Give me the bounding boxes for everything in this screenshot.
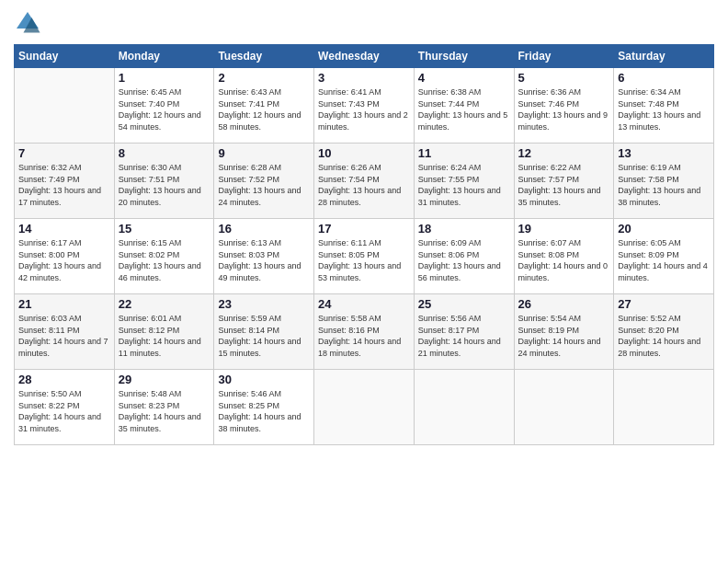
calendar-cell: 20Sunrise: 6:05 AMSunset: 8:09 PMDayligh… [614,219,714,294]
day-number: 20 [618,222,710,236]
day-info: Sunrise: 6:36 AMSunset: 7:46 PMDaylight:… [518,86,610,132]
day-info: Sunrise: 6:26 AMSunset: 7:54 PMDaylight:… [318,162,410,208]
week-row-1: 1Sunrise: 6:45 AMSunset: 7:40 PMDaylight… [15,68,714,144]
day-number: 21 [18,297,110,311]
day-info: Sunrise: 6:07 AMSunset: 8:08 PMDaylight:… [518,237,610,283]
weekday-header-wednesday: Wednesday [314,45,415,68]
day-info: Sunrise: 6:19 AMSunset: 7:58 PMDaylight:… [618,162,710,208]
header [14,9,714,37]
weekday-header-friday: Friday [514,45,614,68]
day-info: Sunrise: 5:50 AMSunset: 8:22 PMDaylight:… [18,388,110,434]
weekday-header-thursday: Thursday [414,45,514,68]
week-row-4: 21Sunrise: 6:03 AMSunset: 8:11 PMDayligh… [15,294,714,370]
day-info: Sunrise: 5:48 AMSunset: 8:23 PMDaylight:… [119,388,210,434]
day-number: 13 [618,146,710,160]
day-info: Sunrise: 5:56 AMSunset: 8:17 PMDaylight:… [418,313,510,359]
day-info: Sunrise: 6:01 AMSunset: 8:12 PMDaylight:… [119,313,210,359]
day-number: 29 [119,373,210,386]
calendar-cell: 15Sunrise: 6:15 AMSunset: 8:02 PMDayligh… [114,219,214,294]
day-number: 25 [418,297,510,311]
calendar-cell: 17Sunrise: 6:11 AMSunset: 8:05 PMDayligh… [314,219,415,294]
weekday-header-saturday: Saturday [614,45,714,68]
day-number: 5 [518,71,610,85]
calendar-cell: 16Sunrise: 6:13 AMSunset: 8:03 PMDayligh… [214,219,314,294]
logo [14,9,45,37]
day-info: Sunrise: 6:03 AMSunset: 8:11 PMDaylight:… [18,313,110,359]
day-info: Sunrise: 6:22 AMSunset: 7:57 PMDaylight:… [518,162,610,208]
week-row-5: 28Sunrise: 5:50 AMSunset: 8:22 PMDayligh… [15,370,714,445]
day-info: Sunrise: 6:11 AMSunset: 8:05 PMDaylight:… [318,237,410,283]
day-number: 7 [18,146,110,160]
calendar-cell: 11Sunrise: 6:24 AMSunset: 7:55 PMDayligh… [414,144,514,219]
calendar-cell: 19Sunrise: 6:07 AMSunset: 8:08 PMDayligh… [514,219,614,294]
day-number: 30 [218,373,310,386]
weekday-header-monday: Monday [114,45,214,68]
day-number: 19 [518,222,610,236]
day-info: Sunrise: 6:28 AMSunset: 7:52 PMDaylight:… [218,162,310,208]
day-number: 27 [618,297,710,311]
day-info: Sunrise: 6:41 AMSunset: 7:43 PMDaylight:… [318,86,410,132]
calendar-cell: 28Sunrise: 5:50 AMSunset: 8:22 PMDayligh… [15,370,115,445]
day-number: 26 [518,297,610,311]
page: SundayMondayTuesdayWednesdayThursdayFrid… [0,0,728,563]
day-number: 2 [218,71,310,85]
weekday-header-sunday: Sunday [15,45,115,68]
day-info: Sunrise: 5:52 AMSunset: 8:20 PMDaylight:… [618,313,710,359]
day-info: Sunrise: 5:58 AMSunset: 8:16 PMDaylight:… [318,313,410,359]
day-number: 17 [318,222,410,236]
day-info: Sunrise: 6:24 AMSunset: 7:55 PMDaylight:… [418,162,510,208]
weekday-header-tuesday: Tuesday [214,45,314,68]
calendar-cell: 5Sunrise: 6:36 AMSunset: 7:46 PMDaylight… [514,68,614,144]
day-info: Sunrise: 5:59 AMSunset: 8:14 PMDaylight:… [218,313,310,359]
week-row-3: 14Sunrise: 6:17 AMSunset: 8:00 PMDayligh… [15,219,714,294]
day-info: Sunrise: 6:38 AMSunset: 7:44 PMDaylight:… [418,86,510,132]
day-number: 11 [418,146,510,160]
day-info: Sunrise: 6:43 AMSunset: 7:41 PMDaylight:… [218,86,310,132]
calendar-cell: 23Sunrise: 5:59 AMSunset: 8:14 PMDayligh… [214,294,314,370]
calendar-cell: 2Sunrise: 6:43 AMSunset: 7:41 PMDaylight… [214,68,314,144]
calendar-cell: 24Sunrise: 5:58 AMSunset: 8:16 PMDayligh… [314,294,415,370]
calendar-cell: 6Sunrise: 6:34 AMSunset: 7:48 PMDaylight… [614,68,714,144]
day-number: 1 [119,71,210,85]
day-number: 6 [618,71,710,85]
calendar-cell: 10Sunrise: 6:26 AMSunset: 7:54 PMDayligh… [314,144,415,219]
calendar-cell [15,68,115,144]
day-info: Sunrise: 5:54 AMSunset: 8:19 PMDaylight:… [518,313,610,359]
day-info: Sunrise: 6:32 AMSunset: 7:49 PMDaylight:… [18,162,110,208]
calendar-cell: 29Sunrise: 5:48 AMSunset: 8:23 PMDayligh… [114,370,214,445]
calendar-cell: 1Sunrise: 6:45 AMSunset: 7:40 PMDaylight… [114,68,214,144]
calendar-cell: 30Sunrise: 5:46 AMSunset: 8:25 PMDayligh… [214,370,314,445]
calendar-cell: 3Sunrise: 6:41 AMSunset: 7:43 PMDaylight… [314,68,415,144]
day-number: 22 [119,297,210,311]
calendar-cell: 14Sunrise: 6:17 AMSunset: 8:00 PMDayligh… [15,219,115,294]
day-number: 10 [318,146,410,160]
day-info: Sunrise: 6:13 AMSunset: 8:03 PMDaylight:… [218,237,310,283]
calendar-cell: 18Sunrise: 6:09 AMSunset: 8:06 PMDayligh… [414,219,514,294]
calendar-cell: 13Sunrise: 6:19 AMSunset: 7:58 PMDayligh… [614,144,714,219]
day-number: 23 [218,297,310,311]
calendar-cell: 26Sunrise: 5:54 AMSunset: 8:19 PMDayligh… [514,294,614,370]
day-info: Sunrise: 6:45 AMSunset: 7:40 PMDaylight:… [119,86,210,132]
calendar-cell: 21Sunrise: 6:03 AMSunset: 8:11 PMDayligh… [15,294,115,370]
day-info: Sunrise: 6:09 AMSunset: 8:06 PMDaylight:… [418,237,510,283]
week-row-2: 7Sunrise: 6:32 AMSunset: 7:49 PMDaylight… [15,144,714,219]
day-number: 8 [119,146,210,160]
day-info: Sunrise: 6:17 AMSunset: 8:00 PMDaylight:… [18,237,110,283]
day-info: Sunrise: 6:30 AMSunset: 7:51 PMDaylight:… [119,162,210,208]
weekday-header-row: SundayMondayTuesdayWednesdayThursdayFrid… [15,45,714,68]
calendar-cell: 25Sunrise: 5:56 AMSunset: 8:17 PMDayligh… [414,294,514,370]
calendar-cell: 9Sunrise: 6:28 AMSunset: 7:52 PMDaylight… [214,144,314,219]
day-number: 3 [318,71,410,85]
day-info: Sunrise: 6:34 AMSunset: 7:48 PMDaylight:… [618,86,710,132]
day-number: 4 [418,71,510,85]
day-info: Sunrise: 5:46 AMSunset: 8:25 PMDaylight:… [218,388,310,434]
day-info: Sunrise: 6:15 AMSunset: 8:02 PMDaylight:… [119,237,210,283]
day-number: 9 [218,146,310,160]
logo-icon [14,9,41,37]
calendar-cell [614,370,714,445]
day-number: 28 [18,373,110,386]
calendar-cell: 27Sunrise: 5:52 AMSunset: 8:20 PMDayligh… [614,294,714,370]
day-number: 15 [119,222,210,236]
day-number: 18 [418,222,510,236]
calendar-cell [314,370,415,445]
